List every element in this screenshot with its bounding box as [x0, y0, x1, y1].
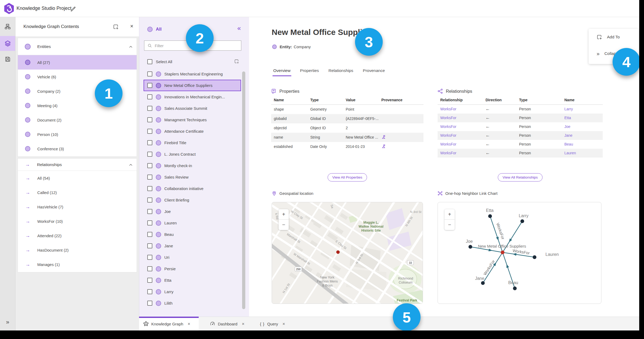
- list-item[interactable]: Staplers Mechanical Engineering: [139, 68, 249, 80]
- relationships-section-header[interactable]: → Relationships: [18, 159, 137, 171]
- add-selection-icon[interactable]: [234, 59, 239, 65]
- list-item[interactable]: Attendance Certificate: [139, 126, 249, 137]
- sidebar-item-entity[interactable]: All (27): [18, 55, 137, 70]
- list-item[interactable]: Joe: [139, 206, 249, 217]
- item-checkbox[interactable]: [147, 197, 152, 203]
- map-location-marker[interactable]: [336, 251, 340, 254]
- graph-node[interactable]: [488, 214, 492, 218]
- view-all-properties-button[interactable]: View All Properties: [328, 173, 367, 181]
- list-item[interactable]: Firebird Title: [139, 137, 249, 148]
- related-entity-link[interactable]: Larry: [562, 105, 603, 114]
- add-to-map-icon[interactable]: [113, 24, 119, 31]
- relationship-type-link[interactable]: WorksFor: [438, 131, 483, 140]
- app-logo-icon[interactable]: [4, 3, 14, 14]
- item-checkbox[interactable]: [147, 243, 152, 248]
- collapse-panel-icon[interactable]: «: [237, 25, 241, 32]
- graph-node[interactable]: [481, 281, 485, 285]
- relationship-type-link[interactable]: WorksFor: [438, 114, 483, 122]
- item-checkbox[interactable]: [147, 129, 152, 134]
- list-item[interactable]: Collaboration initiative: [139, 183, 249, 194]
- tab-query[interactable]: { } Query ✕: [256, 317, 290, 330]
- item-checkbox[interactable]: [147, 289, 152, 294]
- related-entity-link[interactable]: Lauren: [562, 149, 603, 158]
- relationship-type-link[interactable]: WorksFor: [438, 140, 483, 149]
- property-row[interactable]: globalidGlobal ID{A228944F-0EF5-...: [271, 114, 423, 123]
- close-tab-icon[interactable]: ✕: [188, 322, 190, 326]
- sidebar-item-relationship[interactable]: →HasVehicle (7): [18, 200, 137, 214]
- relationship-type-link[interactable]: WorksFor: [438, 105, 483, 114]
- zoom-out-button[interactable]: −: [445, 220, 455, 230]
- sidebar-item-relationship[interactable]: →Attended (22): [18, 228, 137, 243]
- add-to-button[interactable]: Add To: [589, 29, 639, 45]
- relationship-type-link[interactable]: WorksFor: [438, 149, 483, 158]
- view-all-relationships-button[interactable]: View All Relationships: [498, 173, 543, 181]
- select-all-checkbox[interactable]: [147, 59, 152, 64]
- property-row[interactable]: nameStringNew Metal Office ...: [271, 133, 423, 142]
- close-tab-icon[interactable]: ✕: [282, 322, 285, 326]
- zoom-out-button[interactable]: −: [279, 220, 289, 230]
- item-checkbox[interactable]: [147, 232, 152, 237]
- contents-layers-icon[interactable]: [0, 36, 15, 51]
- close-tab-icon[interactable]: ✕: [242, 322, 244, 326]
- relationship-row[interactable]: WorksFor←PersonBeau: [438, 140, 603, 149]
- sidebar-item-entity[interactable]: Person (10): [18, 127, 137, 142]
- relationship-row[interactable]: WorksFor←PersonJane: [438, 131, 603, 140]
- tab-knowledge-graph[interactable]: Knowledge Graph ✕: [139, 317, 199, 330]
- provenance-flag-icon[interactable]: [381, 144, 386, 148]
- sidebar-item-relationship[interactable]: →HasDocument (2): [18, 243, 137, 257]
- tab-relationships[interactable]: Relationships: [328, 68, 353, 76]
- list-item[interactable]: Innovations in Mechanical Engin...: [139, 91, 249, 103]
- item-checkbox[interactable]: [147, 83, 152, 88]
- list-item[interactable]: Jane: [139, 240, 249, 252]
- list-item[interactable]: Persie: [139, 263, 249, 275]
- close-panel-icon[interactable]: ✕: [130, 24, 133, 29]
- item-checkbox[interactable]: [147, 220, 152, 225]
- list-item[interactable]: Lauren: [139, 217, 249, 229]
- relationship-row[interactable]: WorksFor←PersonEtta: [438, 114, 603, 122]
- sidebar-item-relationship[interactable]: →WorksFor (10): [18, 214, 137, 228]
- save-icon[interactable]: [0, 52, 15, 67]
- item-checkbox[interactable]: [147, 266, 152, 271]
- item-checkbox[interactable]: [147, 186, 152, 191]
- item-checkbox[interactable]: [147, 278, 152, 283]
- list-item[interactable]: Montly check-in: [139, 160, 249, 171]
- rail-expand-icon[interactable]: »: [0, 319, 15, 326]
- list-item[interactable]: Managment Techniques: [139, 114, 249, 126]
- item-checkbox[interactable]: [147, 117, 152, 122]
- item-checkbox[interactable]: [147, 163, 152, 168]
- related-entity-link[interactable]: Joe: [562, 122, 603, 131]
- item-checkbox[interactable]: [147, 71, 152, 76]
- item-checkbox[interactable]: [147, 175, 152, 180]
- item-checkbox[interactable]: [147, 94, 152, 99]
- provenance-flag-icon[interactable]: [381, 135, 386, 139]
- data-model-icon[interactable]: [0, 19, 15, 34]
- graph-node[interactable]: [513, 286, 517, 290]
- list-item[interactable]: L. Jones Contract: [139, 148, 249, 160]
- list-item[interactable]: Etta: [139, 275, 249, 286]
- scrollbar-thumb[interactable]: [242, 71, 245, 309]
- list-item[interactable]: Larry: [139, 286, 249, 297]
- relationship-row[interactable]: WorksFor←PersonLarry: [438, 105, 603, 114]
- graph-edge[interactable]: [483, 252, 503, 283]
- graph-node[interactable]: [468, 245, 472, 249]
- relationship-row[interactable]: WorksFor←PersonLauren: [438, 149, 603, 158]
- sidebar-item-entity[interactable]: Conference (3): [18, 142, 137, 156]
- sidebar-item-relationship[interactable]: →Called (12): [18, 185, 137, 200]
- sidebar-item-relationship[interactable]: →All (54): [18, 171, 137, 185]
- one-hop-link-chart[interactable]: + − WorksForWorksForWorksForEttaLarryJoe…: [438, 202, 601, 304]
- zoom-in-button[interactable]: +: [279, 209, 289, 220]
- tab-dashboard[interactable]: Dashboard ✕: [206, 317, 249, 330]
- property-row[interactable]: establishedDate Only2014-01-23: [271, 142, 423, 151]
- graph-node[interactable]: [520, 219, 524, 223]
- property-row[interactable]: shapeGeometryPoint: [271, 105, 423, 114]
- item-checkbox[interactable]: [147, 140, 152, 145]
- graph-node[interactable]: [533, 255, 536, 259]
- edit-title-icon[interactable]: [70, 5, 76, 12]
- related-entity-link[interactable]: Beau: [562, 140, 603, 149]
- list-item[interactable]: Sales Associate Summit: [139, 103, 249, 114]
- list-item[interactable]: Client Briefing: [139, 194, 249, 206]
- list-item[interactable]: Sales Review: [139, 171, 249, 183]
- item-checkbox[interactable]: [147, 209, 152, 214]
- list-item[interactable]: Beau: [139, 229, 249, 240]
- property-row[interactable]: objectidObject ID2: [271, 123, 423, 133]
